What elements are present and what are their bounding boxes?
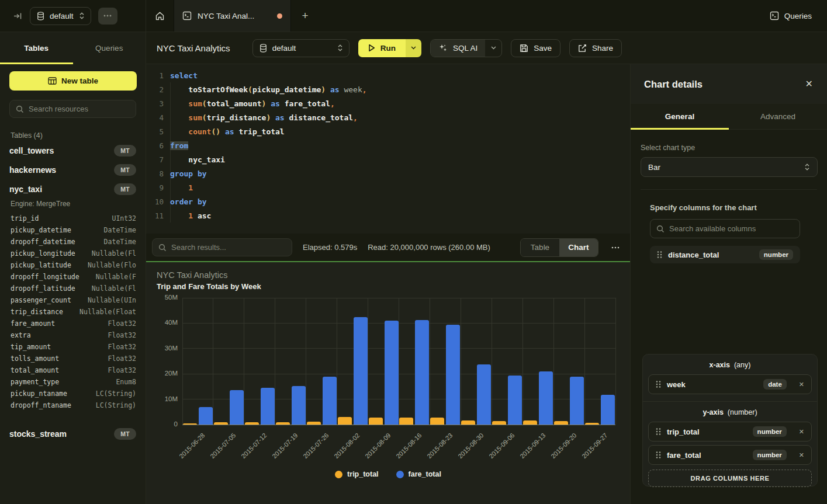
drag-handle-icon[interactable] xyxy=(656,427,661,436)
elapsed-stat: Elapsed: 0.579s xyxy=(303,243,357,252)
save-button[interactable]: Save xyxy=(511,39,560,57)
queries-link[interactable]: Queries xyxy=(770,11,812,20)
column-type-badge: number xyxy=(753,450,787,460)
bar-fare_total xyxy=(385,321,399,425)
close-icon[interactable]: ✕ xyxy=(805,79,813,89)
column-name: pickup_longitude xyxy=(11,249,75,258)
column-type: LC(String) xyxy=(96,401,136,409)
table-name: hackernews xyxy=(9,165,56,175)
column-chip-week[interactable]: weekdate✕ xyxy=(648,374,812,394)
code-line: 9 1 xyxy=(146,180,630,194)
column-row: dropoff_ntanameLC(String) xyxy=(11,399,136,411)
code-text: toStartOfWeek(pickup_datetime) as week, xyxy=(170,85,367,94)
column-chip-name: week xyxy=(667,380,686,389)
chart-type-select[interactable]: Bar xyxy=(641,157,818,177)
table-row[interactable]: stocks_streamMT xyxy=(9,424,136,443)
results-search-input[interactable] xyxy=(171,243,286,252)
drop-zone[interactable]: DRAG COLUMNS HERE xyxy=(648,470,812,487)
drag-handle-icon[interactable] xyxy=(657,251,662,259)
available-columns-list: distance_totalnumber xyxy=(631,246,827,263)
code-line: 3 sum(total_amount) as fare_total, xyxy=(146,96,630,110)
column-name: pickup_latitude xyxy=(11,261,71,269)
table-row[interactable]: nyc_taxiMT xyxy=(9,179,136,199)
line-number: 5 xyxy=(146,127,164,136)
bar-fare_total xyxy=(199,407,213,425)
sql-ai-button[interactable]: SQL AI xyxy=(431,40,485,57)
run-button[interactable]: Run xyxy=(358,39,406,57)
sidebar-search-input[interactable] xyxy=(29,105,130,113)
play-icon xyxy=(368,44,375,52)
table-row[interactable]: hackernewsMT xyxy=(9,160,136,179)
column-chip-distance_total[interactable]: distance_totalnumber xyxy=(650,246,800,263)
column-name: extra xyxy=(11,331,31,339)
drag-handle-icon xyxy=(656,451,661,459)
query-header-spacer xyxy=(630,32,827,64)
home-button[interactable] xyxy=(146,0,174,32)
column-chip-trip_total[interactable]: trip_totalnumber✕ xyxy=(648,422,812,442)
bar-fare_total xyxy=(508,376,522,425)
table-row[interactable]: cell_towersMT xyxy=(9,141,136,160)
tab-general[interactable]: General xyxy=(631,104,729,129)
column-row: total_amountFloat32 xyxy=(11,364,136,376)
search-icon xyxy=(16,105,24,113)
sql-editor[interactable]: 1select2 toStartOfWeek(pickup_datetime) … xyxy=(146,64,630,234)
column-row: fare_amountFloat32 xyxy=(11,318,136,329)
chart-title: NYC Taxi Analytics xyxy=(157,270,227,280)
line-number: 2 xyxy=(146,85,164,94)
new-table-button[interactable]: New table xyxy=(9,71,137,91)
sidebar-collapse-icon[interactable] xyxy=(13,11,23,21)
database-icon xyxy=(37,12,44,20)
bar-fare_total xyxy=(539,371,553,425)
share-button[interactable]: Share xyxy=(569,39,622,57)
remove-icon[interactable]: ✕ xyxy=(798,450,805,460)
sidebar-table-list: cell_towersMThackernewsMTnyc_taxiMTEngin… xyxy=(9,141,136,443)
gridline-v xyxy=(584,298,585,425)
columns-search-input[interactable] xyxy=(669,224,794,233)
tab-advanced[interactable]: Advanced xyxy=(729,104,827,129)
column-name: dropoff_ntaname xyxy=(11,401,71,409)
code-text: 1 xyxy=(170,183,193,192)
column-type: Float32 xyxy=(108,319,136,328)
gridline-v xyxy=(615,298,616,425)
sidebar-tab-tables[interactable]: Tables xyxy=(0,32,73,64)
more-options-button[interactable] xyxy=(98,8,117,25)
table-name: cell_towers xyxy=(9,146,54,155)
code-line: 5 count() as trip_total xyxy=(146,124,630,138)
legend-label: fare_total xyxy=(409,470,441,478)
new-tab-button[interactable]: + xyxy=(291,0,319,32)
column-type-badge: number xyxy=(753,426,787,437)
run-options-button[interactable] xyxy=(406,39,421,57)
remove-icon[interactable]: ✕ xyxy=(798,427,805,437)
database-selector-query[interactable]: default xyxy=(252,39,350,57)
drag-handle-icon[interactable] xyxy=(656,451,661,459)
bar-trip_total xyxy=(338,417,352,425)
column-name: pickup_ntaname xyxy=(11,390,67,398)
drag-handle-icon[interactable] xyxy=(656,380,661,388)
database-selector-query-value: default xyxy=(272,44,296,53)
column-type: DateTime xyxy=(104,238,136,246)
remove-icon[interactable]: ✕ xyxy=(798,380,805,390)
database-selector-top[interactable]: default xyxy=(30,7,91,25)
gridline-v xyxy=(213,298,213,425)
tab-nyc-taxi-analytics[interactable]: NYC Taxi Anal... xyxy=(174,0,291,32)
column-chip-fare_total[interactable]: fare_totalnumber✕ xyxy=(648,445,812,465)
legend-item[interactable]: fare_total xyxy=(396,470,441,478)
results-more-button[interactable] xyxy=(609,244,622,251)
view-toggle-chart[interactable]: Chart xyxy=(559,239,598,256)
code-line: 6from xyxy=(146,138,630,152)
code-text: sum(total_amount) as fare_total, xyxy=(170,99,335,108)
sidebar-tab-queries[interactable]: Queries xyxy=(73,32,146,64)
legend-dot xyxy=(335,471,342,478)
column-name: fare_amount xyxy=(11,319,55,328)
column-type: Float32 xyxy=(108,331,136,339)
view-toggle-table[interactable]: Table xyxy=(521,239,559,256)
line-number: 11 xyxy=(146,211,164,220)
code-text: count() as trip_total xyxy=(170,127,285,136)
unsaved-dot xyxy=(277,13,282,19)
legend-item[interactable]: trip_total xyxy=(335,470,378,478)
sql-ai-options-button[interactable] xyxy=(485,40,501,57)
table-name: nyc_taxi xyxy=(9,185,42,194)
column-chip-name: trip_total xyxy=(667,427,700,436)
gridline-v xyxy=(430,298,430,425)
code-text: from xyxy=(170,141,188,150)
